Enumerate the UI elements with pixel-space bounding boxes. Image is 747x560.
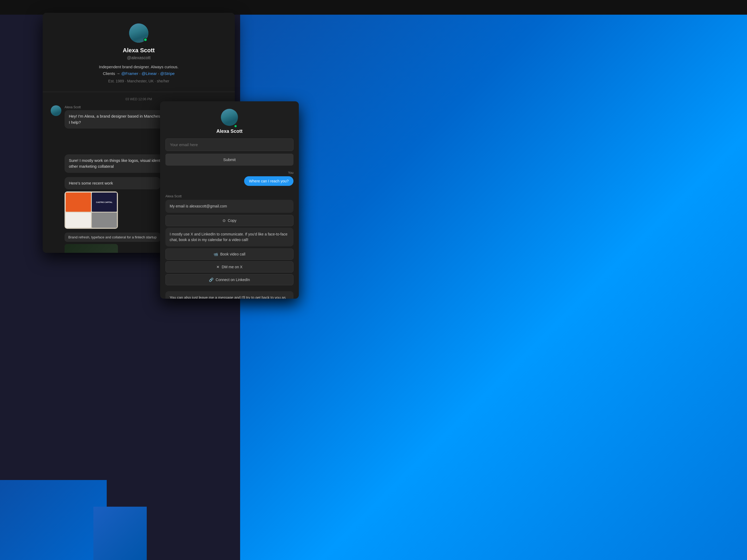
right-online-dot <box>234 125 237 128</box>
online-status-dot <box>144 38 147 42</box>
client-stripe-link[interactable]: @Stripe <box>160 71 175 76</box>
clients-prefix: Clients → <box>103 71 120 76</box>
right-sender-label: Alexa Scott <box>165 194 293 198</box>
profile-section: Alexa Scott @alexascott Independent bran… <box>43 13 235 88</box>
video-icon: 📹 <box>213 252 218 256</box>
portfolio-image-grid: CASTRO CAPITAL Brand refresh, typeface a… <box>65 191 160 253</box>
portfolio-card-dark: CASTRO CAPITAL <box>92 192 117 212</box>
x-icon: ✕ <box>216 265 220 269</box>
right-avatar-container <box>221 109 238 129</box>
divider-profile <box>43 92 235 92</box>
msg-avatar-1 <box>51 105 61 116</box>
leave-message-text: You can also just leave me a message and… <box>165 291 293 299</box>
msg-bubble-3: Here's some recent work <box>65 177 160 190</box>
linkedin-icon: 🔗 <box>209 277 213 282</box>
client-sep2: · <box>157 71 160 76</box>
right-avatar <box>221 109 238 126</box>
profile-bio: Independent brand designer. Always curio… <box>99 64 179 69</box>
profile-clients: Clients → @Framer · @Linear · @Stripe <box>103 71 175 76</box>
profile-name: Alexa Scott <box>123 47 155 54</box>
copy-label: Copy <box>228 218 237 223</box>
client-linear-link[interactable]: @Linear <box>141 71 157 76</box>
book-video-call-label: Book video call <box>220 252 245 256</box>
right-chat-area: You Where can I reach you? Alexa Scott M… <box>160 169 299 289</box>
right-profile-section: Alexa Scott <box>160 101 299 138</box>
email-info-block: My email is alexascott@gmail.com <box>165 200 293 213</box>
email-input[interactable] <box>165 138 293 151</box>
copy-email-button[interactable]: ⊙ Copy <box>165 215 293 226</box>
chat-window-right: Alexa Scott Submit You Where can I reach… <box>160 101 299 299</box>
email-info-text: My email is alexascott@gmail.com <box>170 204 227 208</box>
copy-icon: ⊙ <box>223 218 226 223</box>
brand-refresh-caption: Brand refresh, typeface and collateral f… <box>65 233 160 242</box>
email-section: Submit <box>160 138 299 169</box>
alexa-response-block: Alexa Scott My email is alexascott@gmail… <box>165 194 293 285</box>
portfolio-image-2 <box>65 244 118 253</box>
linkedin-button[interactable]: 🔗 Connect on LinkedIn <box>165 274 293 285</box>
linkedin-label: Connect on LinkedIn <box>215 277 250 282</box>
bottom-blue-left <box>0 480 107 560</box>
outgoing-msg-wrapper: You Where can I reach you? <box>165 171 293 190</box>
client-sep1: · <box>138 71 141 76</box>
client-framer-link[interactable]: @Framer <box>121 71 138 76</box>
book-video-call-button[interactable]: 📹 Book video call <box>165 248 293 260</box>
portfolio-card-orange <box>66 192 91 212</box>
profile-meta: Est. 1989 · Manchester, UK · she/her <box>108 79 170 83</box>
profile-handle: @alexascott <box>127 55 151 60</box>
social-info-text: I mostly use X and LinkedIn to communica… <box>170 232 288 242</box>
dm-x-label: DM me on X <box>222 265 242 269</box>
portfolio-card-white <box>66 213 91 228</box>
background-right <box>240 0 747 560</box>
top-bar <box>0 0 747 15</box>
right-you-label: You <box>165 171 293 175</box>
right-outgoing-bubble: Where can I reach you? <box>244 176 293 186</box>
dm-x-button[interactable]: ✕ DM me on X <box>165 261 293 272</box>
msg-content-3: Here's some recent work CASTRO CAPITAL B… <box>65 177 160 253</box>
bottom-blue-accent <box>93 507 147 560</box>
social-info-block: I mostly use X and LinkedIn to communica… <box>165 228 293 246</box>
portfolio-image-1: CASTRO CAPITAL <box>65 191 118 229</box>
submit-button[interactable]: Submit <box>165 154 293 166</box>
avatar-container <box>129 24 148 43</box>
contact-form-section: You can also just leave me a message and… <box>160 289 299 299</box>
portfolio-card-gray <box>92 213 117 228</box>
right-profile-name: Alexa Scott <box>216 129 242 134</box>
